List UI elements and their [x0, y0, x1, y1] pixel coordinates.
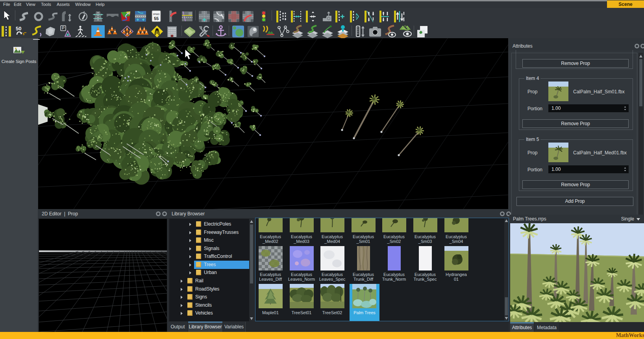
svg-text:SPEED: SPEED — [153, 13, 160, 15]
svg-text:50: 50 — [16, 26, 21, 31]
svg-text:P: P — [62, 26, 65, 30]
svg-text:55: 55 — [154, 16, 159, 21]
